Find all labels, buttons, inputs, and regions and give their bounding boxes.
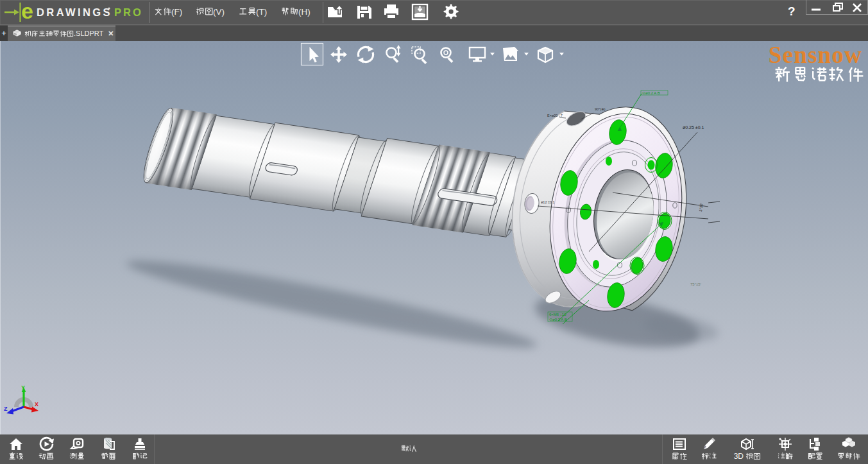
svg-text:ø0.25 ±0.1: ø0.25 ±0.1 [683,125,704,130]
svg-text:ø12 ±0.1: ø12 ±0.1 [541,200,555,204]
svg-text:⊙ø0.2 A B: ⊙ø0.2 A B [642,91,660,95]
svg-text:?: ? [788,4,796,18]
svg-text:75°±5': 75°±5' [690,282,701,286]
svg-text:90°(⊕): 90°(⊕) [595,107,606,111]
svg-text:⊙ø0.3 A B: ⊙ø0.3 A B [549,318,567,322]
svg-text:DRAWINGS: DRAWINGS [37,6,112,18]
svg-text:PRO: PRO [114,6,143,18]
svg-text:e: e [21,0,33,23]
svg-text:E×ø20 ↓7: E×ø20 ↓7 [547,114,563,117]
svg-text:3°30': 3°30' [699,203,704,212]
svg-text:6×M6 ↓10: 6×M6 ↓10 [549,313,566,316]
svg-text:Y: Y [21,384,25,391]
svg-text:Z: Z [4,406,8,412]
svg-text:X: X [35,401,38,408]
